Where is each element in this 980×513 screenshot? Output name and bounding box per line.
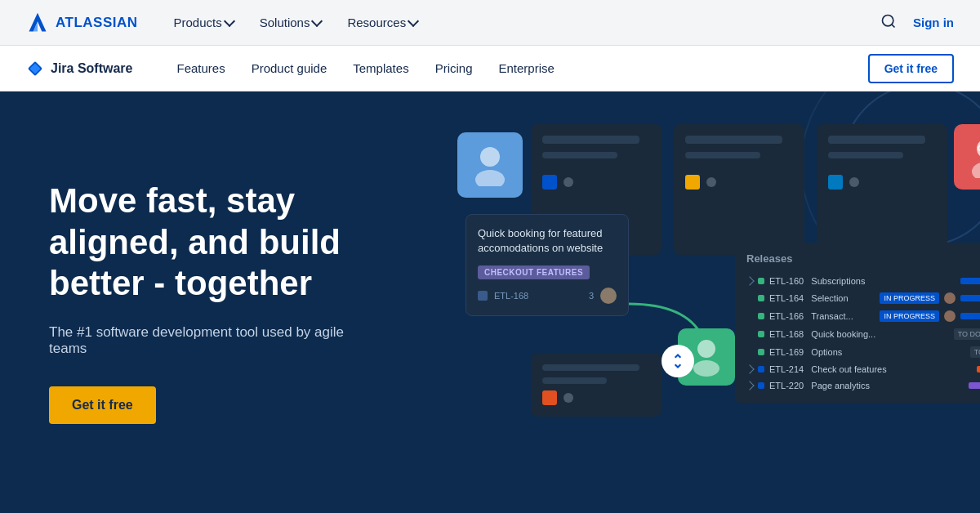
card-line <box>685 136 782 144</box>
hero-illustration: Quick booking for featured accomodations… <box>425 108 980 513</box>
card-dots <box>542 175 650 190</box>
card-line <box>542 364 639 371</box>
jira-logo-text: Jira Software <box>51 61 132 76</box>
sub-nav-templates[interactable]: Templates <box>341 55 420 82</box>
atlassian-logo[interactable]: ATLASSIAN <box>26 11 138 34</box>
svg-point-14 <box>697 340 715 358</box>
hero-section: Move fast, stay aligned, and build bette… <box>0 91 980 513</box>
status-dot-yellow <box>685 175 700 190</box>
release-dot <box>758 295 764 301</box>
todo-badge: TO DO <box>970 346 980 358</box>
feature-card-footer: ETL-168 3 <box>478 288 617 304</box>
nav-resources[interactable]: Resources <box>337 9 427 36</box>
card-line <box>542 152 617 158</box>
circle-arrow-icon <box>662 345 694 377</box>
top-navigation: ATLASSIAN Products Solutions Resources S… <box>0 0 980 46</box>
sub-nav-links: Features Product guide Templates Pricing… <box>165 55 867 82</box>
status-dot-blue2 <box>828 175 843 190</box>
card-line <box>685 152 760 158</box>
feature-card-title: Quick booking for featured accomodations… <box>478 226 617 256</box>
nav-products[interactable]: Products <box>164 9 243 36</box>
chevron-icon <box>745 364 754 373</box>
card-line <box>542 377 607 384</box>
top-nav-links: Products Solutions Resources <box>164 9 880 36</box>
sub-nav-product-guide[interactable]: Product guide <box>240 55 339 82</box>
release-bar <box>960 313 980 319</box>
svg-line-3 <box>892 24 895 27</box>
status-dot-blue <box>542 175 557 190</box>
chevron-icon <box>745 276 754 285</box>
chevron-down-icon <box>224 16 235 27</box>
release-item: ETL-214 Check out features <box>746 361 980 377</box>
in-progress-badge: IN PROGRESS <box>880 310 939 322</box>
etl-icon <box>478 291 488 301</box>
svg-point-10 <box>972 162 980 178</box>
status-dot-gray <box>706 177 716 187</box>
sub-nav-pricing[interactable]: Pricing <box>424 55 484 82</box>
kanban-column-3 <box>817 124 947 255</box>
search-button[interactable] <box>880 13 897 33</box>
svg-rect-5 <box>30 63 41 74</box>
svg-point-7 <box>475 170 505 186</box>
todo-badge: TO DO <box>954 328 980 340</box>
feature-card-badge: CHECKOUT FEATURES <box>478 265 590 279</box>
release-item: ETL-220 Page analytics <box>746 377 980 394</box>
release-bar <box>960 278 980 284</box>
status-dot-gray <box>849 177 859 187</box>
card-line <box>542 136 639 144</box>
status-dot-gray <box>564 393 573 403</box>
jira-logo[interactable]: Jira Software <box>26 60 132 78</box>
atlassian-logo-text: ATLASSIAN <box>56 15 138 31</box>
sub-nav-features[interactable]: Features <box>165 55 236 82</box>
chevron-icon <box>745 381 754 390</box>
status-dot-gray <box>564 177 573 187</box>
top-nav-right: Sign in <box>880 13 954 33</box>
feature-card: Quick booking for featured accomodations… <box>466 214 629 316</box>
etl-avatar <box>600 288 617 304</box>
bottom-kanban-card <box>531 353 662 417</box>
chevron-down-icon <box>311 16 323 27</box>
etl-count: 3 <box>589 291 594 301</box>
sub-navigation: Jira Software Features Product guide Tem… <box>0 46 980 91</box>
avatar-red-icon <box>967 136 980 178</box>
hero-content: Move fast, stay aligned, and build bette… <box>0 91 425 513</box>
svg-point-2 <box>883 15 893 25</box>
release-item: ETL-169 Options TO DO <box>746 343 980 361</box>
nav-solutions[interactable]: Solutions <box>250 9 332 36</box>
release-item: ETL-160 Subscriptions <box>746 273 980 289</box>
status-dot-orange <box>542 390 557 405</box>
card-line <box>828 152 903 158</box>
avatar-card-blue <box>457 132 523 198</box>
release-dot <box>758 331 764 337</box>
releases-title: Releases <box>746 252 980 265</box>
svg-point-6 <box>480 147 500 167</box>
release-dot <box>758 366 764 372</box>
kanban-column-2 <box>674 124 804 255</box>
card-line <box>828 136 925 144</box>
release-dot <box>758 382 764 389</box>
release-avatar <box>944 310 956 322</box>
svg-point-15 <box>693 360 719 377</box>
avatar-card-red <box>954 124 980 190</box>
hero-title: Move fast, stay aligned, and build bette… <box>49 181 376 304</box>
release-avatar <box>944 292 956 304</box>
etl-id: ETL-168 <box>494 291 528 301</box>
atlassian-logo-icon <box>26 11 49 34</box>
release-bar <box>960 295 980 301</box>
releases-panel: Releases ETL-160 Subscriptions ETL-164 S… <box>735 243 980 404</box>
arrow-icon <box>670 353 686 369</box>
hero-get-it-free-button[interactable]: Get it free <box>49 386 156 424</box>
release-item: ETL-168 Quick booking... TO DO <box>746 325 980 343</box>
jira-diamond-icon <box>26 60 44 78</box>
release-item: ETL-166 Transact... IN PROGRESS <box>746 307 980 325</box>
sub-nav-get-it-free-button[interactable]: Get it free <box>868 54 954 83</box>
sub-nav-enterprise[interactable]: Enterprise <box>488 55 566 82</box>
in-progress-badge: IN PROGRESS <box>880 292 939 304</box>
release-item: ETL-164 Selection IN PROGRESS <box>746 289 980 307</box>
release-dot <box>758 278 764 284</box>
release-dot <box>758 313 764 319</box>
sign-in-button[interactable]: Sign in <box>913 16 954 29</box>
card-dots <box>685 175 793 190</box>
sub-nav-right: Get it free <box>868 54 954 83</box>
hero-subtitle: The #1 software development tool used by… <box>49 324 376 357</box>
